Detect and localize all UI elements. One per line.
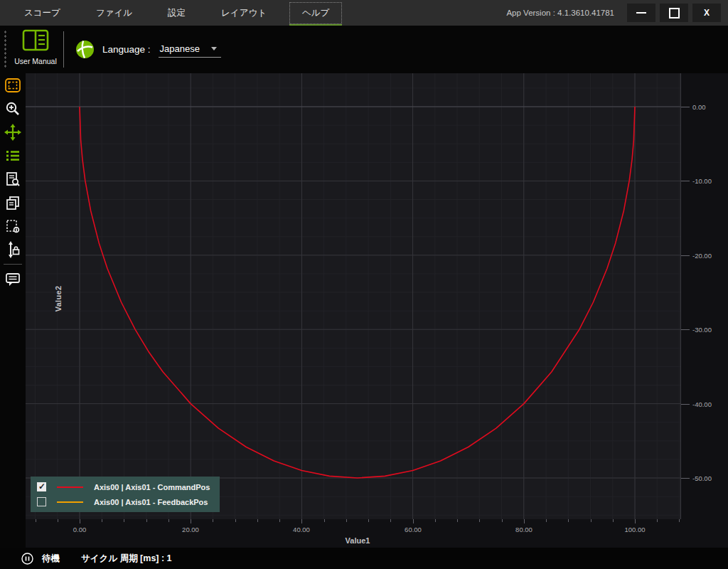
legend-checkbox[interactable] [37,482,46,491]
x-tick-label: 60.00 [405,526,422,533]
move-arrows-icon [4,124,21,141]
x-tick [58,519,58,522]
language-label: Language : [102,44,151,55]
menu-help[interactable]: ヘルプ [289,2,342,24]
x-tick [568,519,569,522]
y-tick [681,478,690,479]
selection-icon [4,78,21,93]
axis-lock-tool[interactable] [0,238,26,261]
x-tick [124,519,124,522]
x-tick [36,519,36,522]
y-tick-label: -20.00 [692,252,712,260]
ribbon-separator [63,31,64,68]
x-tick [390,519,391,522]
x-axis-labels: Value1 0.0020.0040.0060.0080.00100.00 [26,519,728,548]
ribbon-grip[interactable] [4,30,6,69]
x-tick [102,519,102,522]
plot-area[interactable] [26,73,681,519]
maximize-icon [669,8,680,18]
x-tick-label: 40.00 [293,526,310,533]
y-tick [681,181,690,181]
list-icon [5,149,21,163]
selection-tool[interactable] [0,73,26,97]
maximize-button[interactable] [660,4,688,22]
x-tick [368,519,369,522]
legend-line-sample [57,501,83,503]
zoom-in-tool[interactable] [0,97,26,120]
user-manual-button[interactable]: User Manual [13,29,58,65]
menu-bar: スコープ ファイル 設定 レイアウト ヘルプ [11,2,342,24]
y-tick-label: -50.00 [692,474,712,482]
x-tick [324,519,325,522]
x-tick [80,519,80,523]
legend-checkbox[interactable] [37,497,46,506]
globe-icon [75,40,95,59]
x-tick [213,519,213,522]
y-tick [681,255,690,256]
x-tick [546,519,547,522]
pages-icon [5,195,21,211]
x-tick [301,519,302,523]
x-tick [591,519,592,522]
y-tick-label: -30.00 [692,326,712,334]
y-tick [681,404,690,405]
comment-bubble-icon [5,272,21,287]
menu-settings[interactable]: 設定 [155,2,198,24]
y-axis-title: Value2 [54,286,63,312]
pause-icon [21,553,33,565]
x-tick [235,519,236,522]
chevron-down-icon [211,47,217,50]
y-tick-label: -10.00 [692,177,712,185]
search-data-tool[interactable] [0,167,26,191]
chart-panel: 0.00-10.00-20.00-30.00-40.00-50.00 Value… [26,73,728,548]
open-book-icon [21,29,50,52]
comment-tool[interactable] [0,267,26,291]
x-tick [346,519,347,522]
menu-scope[interactable]: スコープ [11,2,73,24]
measure-pin-tool[interactable] [0,214,26,238]
search-document-icon [5,171,21,187]
user-manual-label: User Manual [13,57,58,65]
x-tick [279,519,280,522]
legend-row: Axis00 | Axis01 - FeedbackPos [37,497,210,506]
tool-sidebar [0,73,26,548]
close-button[interactable]: X [692,4,721,22]
list-tool[interactable] [0,144,26,167]
legend-series-label: Axis00 | Axis01 - FeedbackPos [94,498,208,506]
x-tick [146,519,147,522]
pages-tool[interactable] [0,191,26,214]
minimize-button[interactable] [627,4,655,22]
legend-line-sample [57,486,83,488]
menu-file[interactable]: ファイル [83,2,145,24]
pan-tool[interactable] [0,120,26,144]
cycle-period-label: サイクル 周期 [ms] : 1 [81,553,172,565]
legend-box[interactable]: Axis00 | Axis01 - CommandPosAxis00 | Axi… [31,477,220,512]
x-tick [524,519,525,523]
legend-row: Axis00 | Axis01 - CommandPos [37,482,210,491]
language-value: Japanese [160,43,200,54]
y-axis-labels: 0.00-10.00-20.00-30.00-40.00-50.00 [681,73,728,519]
x-tick [502,519,503,522]
x-tick [191,519,191,523]
x-tick [635,519,636,523]
title-bar: スコープ ファイル 設定 レイアウト ヘルプ App Version : 4.1… [0,0,728,26]
waveform-plot [26,73,680,519]
menu-layout[interactable]: レイアウト [208,2,279,24]
minimize-icon [636,12,646,14]
zoom-in-icon [5,101,21,117]
y-tick [681,107,690,107]
region-pin-icon [5,218,21,234]
x-tick [168,519,169,522]
x-tick [479,519,480,522]
x-tick [613,519,614,522]
y-tick-label: -40.00 [692,400,712,408]
x-tick-label: 100.00 [624,526,645,533]
x-tick [257,519,258,522]
y-tick-label: 0.00 [692,103,706,111]
x-tick-label: 20.00 [182,526,199,533]
legend-series-label: Axis00 | Axis01 - CommandPos [94,483,210,491]
language-dropdown[interactable]: Japanese [159,42,221,58]
x-tick [413,519,414,523]
x-tick [435,519,436,522]
x-axis-title: Value1 [346,536,370,545]
